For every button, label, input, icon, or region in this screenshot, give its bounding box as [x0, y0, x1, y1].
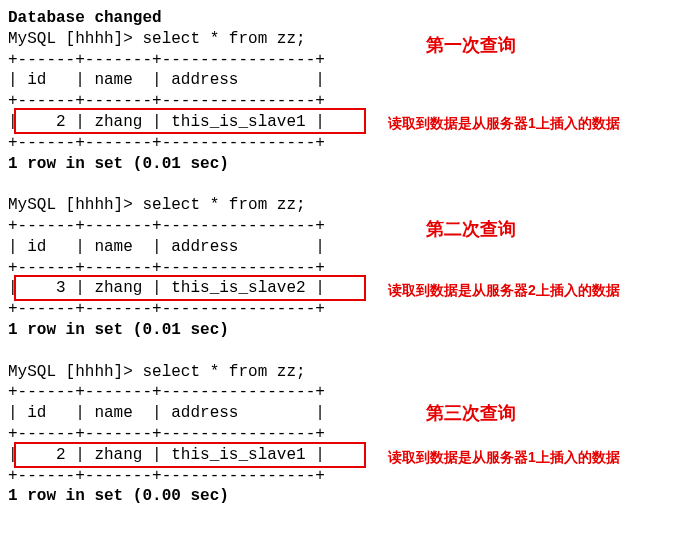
blank-line	[8, 341, 684, 362]
table-border: +------+-------+----------------+	[8, 258, 684, 279]
table-header-row: | id | name | address |	[8, 403, 684, 424]
db-changed-line: Database changed	[8, 8, 684, 29]
annotation-note-2: 读取到数据是从服务器2上插入的数据	[388, 281, 620, 299]
table-border: +------+-------+----------------+	[8, 466, 684, 487]
table-header-row: | id | name | address |	[8, 70, 684, 91]
table-header-row: | id | name | address |	[8, 237, 684, 258]
table-border: +------+-------+----------------+	[8, 424, 684, 445]
query-footer-3: 1 row in set (0.00 sec)	[8, 486, 684, 507]
terminal-output-container: Database changed MySQL [hhhh]> select * …	[8, 8, 684, 507]
table-border: +------+-------+----------------+	[8, 216, 684, 237]
annotation-title-3: 第三次查询	[426, 402, 516, 425]
annotation-title-1: 第一次查询	[426, 34, 516, 57]
query-footer-2: 1 row in set (0.01 sec)	[8, 320, 684, 341]
query-prompt-1: MySQL [hhhh]> select * from zz;	[8, 29, 684, 50]
query-footer-1: 1 row in set (0.01 sec)	[8, 154, 684, 175]
query-prompt-2: MySQL [hhhh]> select * from zz;	[8, 195, 684, 216]
annotation-note-3: 读取到数据是从服务器1上插入的数据	[388, 448, 620, 466]
query-prompt-3: MySQL [hhhh]> select * from zz;	[8, 362, 684, 383]
table-border: +------+-------+----------------+	[8, 50, 684, 71]
blank-line	[8, 174, 684, 195]
table-border: +------+-------+----------------+	[8, 133, 684, 154]
table-border: +------+-------+----------------+	[8, 299, 684, 320]
table-border: +------+-------+----------------+	[8, 382, 684, 403]
table-border: +------+-------+----------------+	[8, 91, 684, 112]
annotation-title-2: 第二次查询	[426, 218, 516, 241]
annotation-note-1: 读取到数据是从服务器1上插入的数据	[388, 114, 620, 132]
